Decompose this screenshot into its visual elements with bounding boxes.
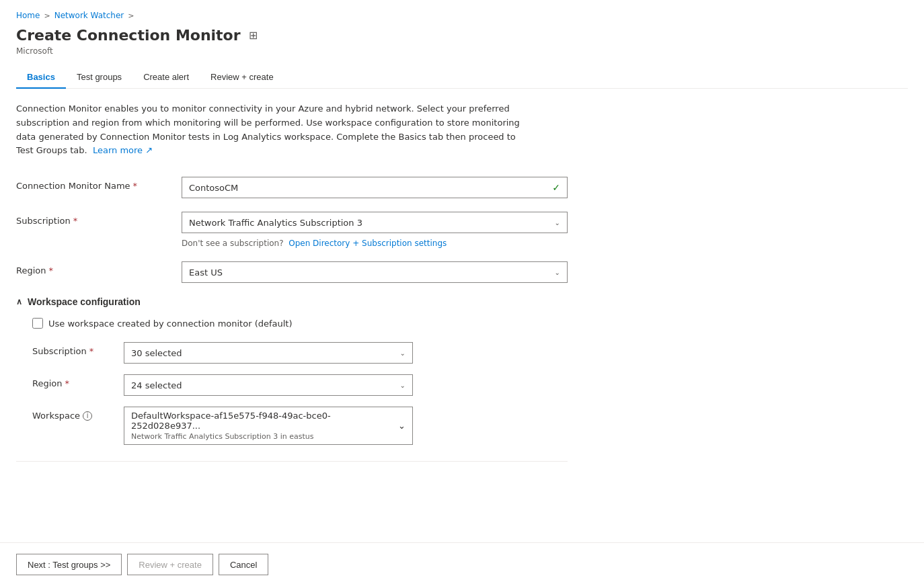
breadcrumb-sep2: >: [128, 11, 134, 20]
ws-region-control: 24 selected ⌄: [124, 374, 413, 396]
ws-subscription-label: Subscription *: [32, 342, 113, 356]
next-test-groups-button[interactable]: Next : Test groups >>: [16, 554, 122, 575]
subscription-row: Subscription * Network Traffic Analytics…: [16, 212, 568, 248]
required-star-region: *: [49, 265, 54, 276]
required-star: *: [133, 181, 138, 191]
ws-subscription-dropdown[interactable]: 30 selected ⌄: [124, 342, 413, 364]
required-star-ws-region: *: [65, 378, 70, 388]
workspace-config-body: Use workspace created by connection moni…: [16, 318, 568, 445]
region-label: Region *: [16, 261, 171, 276]
workspace-config-section: ∧ Workspace configuration Use workspace …: [16, 296, 568, 445]
required-star-subscription: *: [73, 216, 78, 226]
ws-workspace-dropdown[interactable]: DefaultWorkspace-af15e575-f948-49ac-bce0…: [124, 407, 413, 445]
ws-workspace-sub-text: Network Traffic Analytics Subscription 3…: [131, 432, 398, 441]
open-directory-link[interactable]: Open Directory + Subscription settings: [288, 239, 447, 248]
use-workspace-checkbox[interactable]: [32, 318, 43, 329]
subscription-dropdown[interactable]: Network Traffic Analytics Subscription 3…: [182, 212, 568, 233]
ws-region-row: Region * 24 selected ⌄: [32, 374, 568, 396]
ws-workspace-control: DefaultWorkspace-af15e575-f948-49ac-bce0…: [124, 407, 413, 445]
valid-checkmark-icon: ✓: [552, 182, 560, 193]
region-row: Region * East US ⌄: [16, 261, 568, 283]
cancel-button[interactable]: Cancel: [219, 554, 268, 575]
form-section: Connection Monitor Name * ContosoCM ✓ Su…: [16, 177, 568, 462]
subscription-label: Subscription *: [16, 212, 171, 226]
tab-create-alert[interactable]: Create alert: [132, 67, 200, 89]
chevron-down-icon: ⌄: [555, 219, 560, 226]
connection-monitor-name-label: Connection Monitor Name *: [16, 177, 171, 191]
connection-monitor-name-row: Connection Monitor Name * ContosoCM ✓: [16, 177, 568, 198]
ws-workspace-main-text: DefaultWorkspace-af15e575-f948-49ac-bce0…: [131, 411, 398, 431]
chevron-down-icon-region: ⌄: [555, 269, 560, 276]
region-control: East US ⌄: [182, 261, 568, 283]
divider: [16, 461, 568, 462]
tab-test-groups[interactable]: Test groups: [66, 67, 132, 89]
tabs: Basics Test groups Create alert Review +…: [16, 67, 908, 89]
ws-workspace-row: Workspace i DefaultWorkspace-af15e575-f9…: [32, 407, 568, 445]
ws-workspace-label: Workspace i: [32, 407, 113, 421]
use-workspace-checkbox-row: Use workspace created by connection moni…: [32, 318, 568, 329]
tab-review-create[interactable]: Review + create: [200, 67, 284, 89]
footer: Next : Test groups >> Review + create Ca…: [0, 542, 924, 586]
external-link-icon: ↗: [145, 145, 153, 155]
subscription-control: Network Traffic Analytics Subscription 3…: [182, 212, 568, 248]
review-create-button: Review + create: [127, 554, 213, 575]
ws-region-label: Region *: [32, 374, 113, 388]
info-icon[interactable]: i: [83, 411, 92, 421]
breadcrumb-sep1: >: [44, 11, 50, 20]
ws-subscription-row: Subscription * 30 selected ⌄: [32, 342, 568, 364]
description-body: Connection Monitor enables you to monito…: [16, 103, 520, 155]
connection-monitor-name-input[interactable]: ContosoCM ✓: [182, 177, 568, 198]
learn-more-link[interactable]: Learn more ↗: [93, 145, 153, 155]
breadcrumb-network-watcher[interactable]: Network Watcher: [54, 11, 124, 20]
ws-subscription-control: 30 selected ⌄: [124, 342, 413, 364]
required-star-ws-sub: *: [89, 346, 94, 356]
share-icon[interactable]: ⊞: [247, 28, 259, 43]
chevron-down-icon-ws-workspace: ⌄: [398, 421, 406, 431]
use-workspace-label: Use workspace created by connection moni…: [48, 319, 293, 329]
breadcrumb-home[interactable]: Home: [16, 11, 40, 20]
chevron-down-icon-ws-sub: ⌄: [400, 349, 406, 357]
page-subtitle: Microsoft: [16, 46, 908, 56]
workspace-config-toggle[interactable]: ∧ Workspace configuration: [16, 296, 141, 307]
page-title: Create Connection Monitor: [16, 27, 241, 44]
ws-region-dropdown[interactable]: 24 selected ⌄: [124, 374, 413, 396]
description-text: Connection Monitor enables you to monito…: [16, 102, 527, 158]
tab-basics[interactable]: Basics: [16, 67, 66, 89]
subscription-hint: Don't see a subscription? Open Directory…: [182, 239, 568, 248]
breadcrumb: Home > Network Watcher >: [16, 11, 908, 20]
chevron-up-icon: ∧: [16, 297, 22, 306]
chevron-down-icon-ws-region: ⌄: [400, 382, 406, 389]
connection-monitor-name-control: ContosoCM ✓: [182, 177, 568, 198]
region-dropdown[interactable]: East US ⌄: [182, 261, 568, 283]
